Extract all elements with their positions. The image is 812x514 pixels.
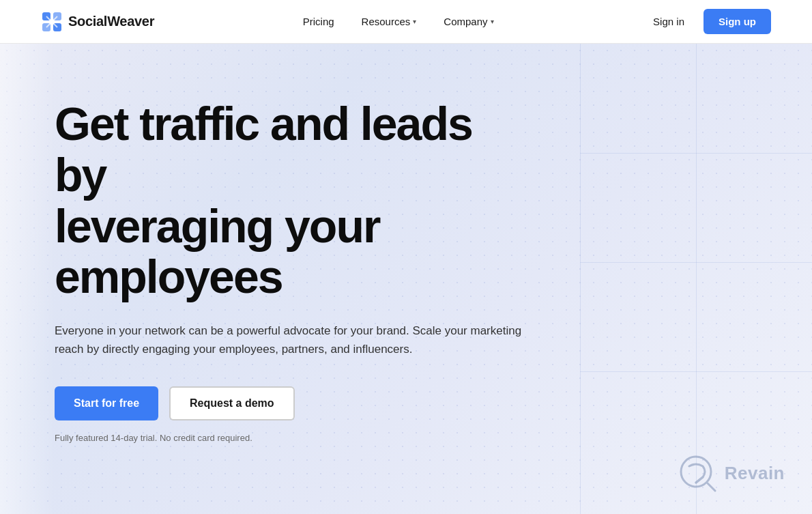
nav-company[interactable]: Company ▾: [433, 10, 504, 33]
revain-logo-icon: [677, 453, 718, 494]
sign-in-link[interactable]: Sign in: [642, 10, 695, 33]
nav-pricing[interactable]: Pricing: [292, 10, 345, 33]
hero-content: Get traffic and leads by leveraging your…: [0, 44, 587, 443]
main-nav: Pricing Resources ▾ Company ▾: [292, 10, 505, 33]
hero-disclaimer: Fully featured 14-day trial. No credit c…: [55, 433, 532, 443]
svg-line-7: [708, 483, 715, 491]
logo-icon: [41, 11, 63, 33]
request-demo-button[interactable]: Request a demo: [169, 386, 295, 420]
hero-buttons: Start for free Request a demo: [55, 386, 532, 420]
resources-chevron-icon: ▾: [413, 18, 416, 25]
header-actions: Sign in Sign up: [642, 9, 771, 34]
revain-text: Revain: [725, 463, 785, 484]
logo[interactable]: SocialWeaver: [41, 11, 154, 33]
hero-decoration: [580, 44, 812, 514]
hero-subtitle: Everyone in your network can be a powerf…: [55, 322, 532, 358]
company-chevron-icon: ▾: [491, 18, 494, 25]
sign-up-button[interactable]: Sign up: [704, 9, 771, 34]
hero-title: Get traffic and leads by leveraging your…: [55, 98, 532, 302]
site-header: SocialWeaver Pricing Resources ▾ Company…: [0, 0, 812, 44]
start-for-free-button[interactable]: Start for free: [55, 386, 158, 420]
revain-watermark: Revain: [677, 453, 785, 494]
logo-text: SocialWeaver: [68, 14, 154, 29]
hero-section: Get traffic and leads by leveraging your…: [0, 44, 812, 514]
nav-resources[interactable]: Resources ▾: [351, 10, 428, 33]
